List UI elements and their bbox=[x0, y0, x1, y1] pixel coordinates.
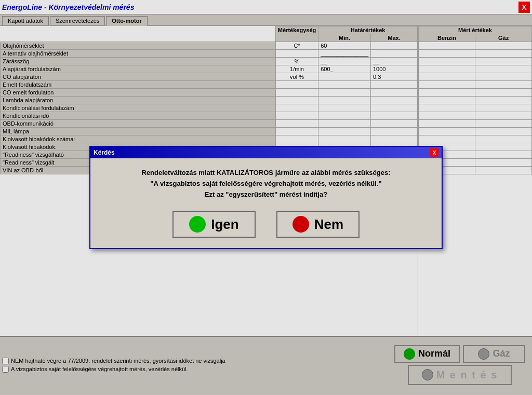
nem-red-dot bbox=[292, 216, 309, 233]
kerdes-dialog: Kérdés X Rendeletváltozás miatt KATALIZÁ… bbox=[89, 146, 443, 249]
nem-button[interactable]: Nem bbox=[276, 211, 360, 238]
dialog-title-text: Kérdés bbox=[94, 149, 115, 156]
dialog-line1: Rendeletváltozás miatt KATALIZÁTOROS jár… bbox=[106, 169, 426, 176]
dialog-buttons: Igen Nem bbox=[106, 211, 426, 238]
igen-green-dot bbox=[189, 216, 206, 233]
nem-label: Nem bbox=[314, 216, 343, 233]
igen-label: Igen bbox=[211, 216, 238, 233]
dialog-body: Rendeletváltozás miatt KATALIZÁTOROS jár… bbox=[90, 158, 442, 248]
dialog-line2: "A vizsgabiztos saját felelősségére végr… bbox=[106, 180, 426, 187]
dialog-line3: Ezt az "egyszerűsített" mérést indítja? bbox=[106, 190, 426, 198]
dialog-close-button[interactable]: X bbox=[430, 148, 438, 157]
dialog-title-bar: Kérdés X bbox=[90, 147, 442, 158]
dialog-overlay: Kérdés X Rendeletváltozás miatt KATALIZÁ… bbox=[0, 0, 532, 395]
igen-button[interactable]: Igen bbox=[172, 211, 256, 238]
